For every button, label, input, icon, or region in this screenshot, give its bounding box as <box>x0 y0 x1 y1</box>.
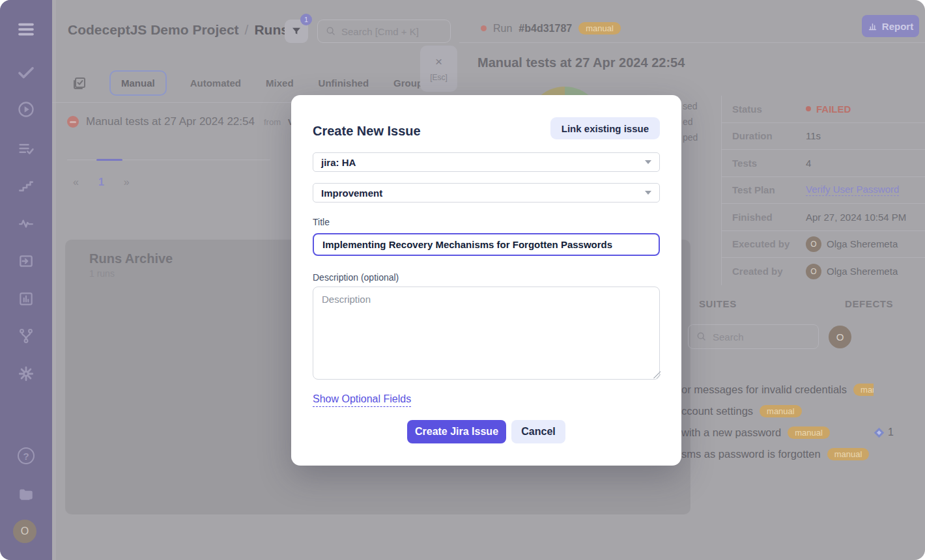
branch-icon[interactable] <box>0 328 52 344</box>
app-window: ? O CodeceptJS Demo Project / Runs 1 Run… <box>0 0 925 560</box>
link-existing-issue-button[interactable]: Link existing issue <box>550 117 660 139</box>
avatar: O <box>806 264 821 279</box>
defect-count: 1 <box>888 427 894 438</box>
runs-archive-title: Runs Archive <box>89 251 173 266</box>
run-tabs: Manual Automated Mixed Unfinished Groups <box>72 70 429 96</box>
run-bar: Run #b4d31787 manual <box>481 22 621 35</box>
issue-description-textarea[interactable] <box>313 287 660 380</box>
table-row: Duration 11s <box>722 123 925 150</box>
table-row: Finished Apr 27, 2024 10:54 PM <box>722 204 925 231</box>
active-page-indicator <box>96 159 122 161</box>
gear-icon[interactable] <box>0 365 52 382</box>
run-item-from-label: from <box>264 117 281 127</box>
issue-title-input[interactable] <box>313 233 660 256</box>
test-plan-link[interactable]: Verify User Password <box>806 184 899 196</box>
test-title: sms as password is forgotten <box>681 448 821 460</box>
test-row[interactable]: or messages for invalid credentials manu… <box>681 381 925 398</box>
row-label: Tests <box>732 158 806 169</box>
legend-passed: sed <box>683 101 698 111</box>
sign-in-icon[interactable] <box>0 253 52 270</box>
row-label: Test Plan <box>732 184 806 195</box>
tab-unfinished[interactable]: Unfinished <box>317 72 371 94</box>
manual-badge: manual <box>827 448 870 460</box>
table-row: Test Plan Verify User Password <box>722 177 925 204</box>
description-field-label: Description (optional) <box>313 272 399 283</box>
chevron-down-icon <box>645 191 651 195</box>
play-circle-icon[interactable] <box>0 100 52 119</box>
help-icon[interactable]: ? <box>0 447 52 464</box>
manual-badge: manual <box>853 384 874 396</box>
scrollbar[interactable] <box>52 0 56 560</box>
row-label: Finished <box>732 212 806 223</box>
status-badge: FAILED <box>816 104 851 115</box>
steps-icon[interactable] <box>0 177 52 194</box>
breadcrumb: CodeceptJS Demo Project / Runs <box>68 22 289 38</box>
global-search[interactable] <box>317 20 451 43</box>
row-label: Status <box>732 104 806 115</box>
run-item-title: Manual tests at 27 Apr 2024 22:54 <box>86 115 255 128</box>
legend-stopped: ped <box>683 132 698 143</box>
duration-value: 11s <box>806 130 821 141</box>
user-avatar[interactable]: O <box>829 326 851 348</box>
run-status-dot <box>481 25 487 31</box>
run-details-table: Status FAILED Duration 11s Tests 4 Test … <box>721 96 925 285</box>
detail-header-divider <box>459 42 925 43</box>
next-page-button[interactable]: » <box>124 176 130 188</box>
suites-search-input[interactable] <box>713 331 797 343</box>
tab-defects[interactable]: DEFECTS <box>845 298 893 309</box>
tab-suites[interactable]: SUITES <box>699 298 737 309</box>
global-search-input[interactable] <box>341 26 433 37</box>
tab-mixed[interactable]: Mixed <box>264 72 295 94</box>
breadcrumb-separator: / <box>245 22 249 38</box>
chevron-down-icon <box>645 160 651 164</box>
test-row[interactable]: with a new password manual 1 <box>681 424 925 441</box>
run-detail-heading: Manual tests at 27 Apr 2024 22:54 <box>477 55 685 70</box>
failed-dot-icon <box>806 106 811 111</box>
suites-search[interactable] <box>688 324 819 349</box>
table-row: Executed by OOlga Sheremeta <box>722 231 925 259</box>
report-button[interactable]: Report <box>862 15 919 37</box>
section-title: Runs <box>254 22 289 38</box>
activity-icon[interactable] <box>0 215 52 232</box>
jira-project-value: jira: HA <box>321 157 356 168</box>
show-optional-fields-link[interactable]: Show Optional Fields <box>313 393 411 407</box>
test-title: ccount settings <box>681 405 753 417</box>
defect-icon <box>874 427 885 438</box>
finished-value: Apr 27, 2024 10:54 PM <box>806 212 906 223</box>
test-title: with a new password <box>681 427 781 439</box>
tab-manual[interactable]: Manual <box>109 70 167 96</box>
test-title: or messages for invalid credentials <box>681 384 847 396</box>
help-glyph: ? <box>18 447 35 464</box>
select-runs-icon[interactable] <box>72 76 87 91</box>
folder-icon[interactable] <box>0 485 52 502</box>
check-icon[interactable] <box>0 63 52 82</box>
jira-project-select[interactable]: jira: HA <box>313 152 660 172</box>
prev-page-button[interactable]: « <box>73 176 79 188</box>
run-list-item[interactable]: Manual tests at 27 Apr 2024 22:54 from V… <box>67 115 291 128</box>
close-icon: × <box>435 55 442 68</box>
create-jira-issue-button[interactable]: Create Jira Issue <box>407 420 506 443</box>
test-row[interactable]: ccount settings manual <box>681 402 925 419</box>
textarea-resize-handle[interactable] <box>653 371 661 378</box>
failed-status-icon <box>67 116 79 128</box>
page-number[interactable]: 1 <box>98 176 104 188</box>
row-label: Duration <box>732 130 806 141</box>
tab-automated[interactable]: Automated <box>189 72 242 94</box>
run-id: #b4d31787 <box>519 23 572 35</box>
test-row[interactable]: sms as password is forgotten manual <box>681 445 925 462</box>
sidebar-avatar[interactable]: O <box>13 520 36 543</box>
menu-icon[interactable] <box>0 20 52 39</box>
avatar: O <box>806 236 821 252</box>
issue-type-select[interactable]: Improvement <box>313 183 660 203</box>
bar-chart-icon[interactable] <box>0 290 52 307</box>
manual-badge: manual <box>760 405 802 417</box>
create-issue-modal: Create New Issue Link existing issue jir… <box>291 95 681 466</box>
close-modal-button[interactable]: × [Esc] <box>420 46 457 92</box>
tests-count-value: 4 <box>806 158 811 169</box>
list-check-icon[interactable] <box>0 139 52 158</box>
table-row: Created by OOlga Sheremeta <box>722 258 925 285</box>
runs-archive-count: 1 runs <box>89 268 115 279</box>
cancel-button[interactable]: Cancel <box>511 420 565 443</box>
pagination: « 1 » <box>73 176 130 188</box>
project-title: CodeceptJS Demo Project <box>68 22 239 38</box>
